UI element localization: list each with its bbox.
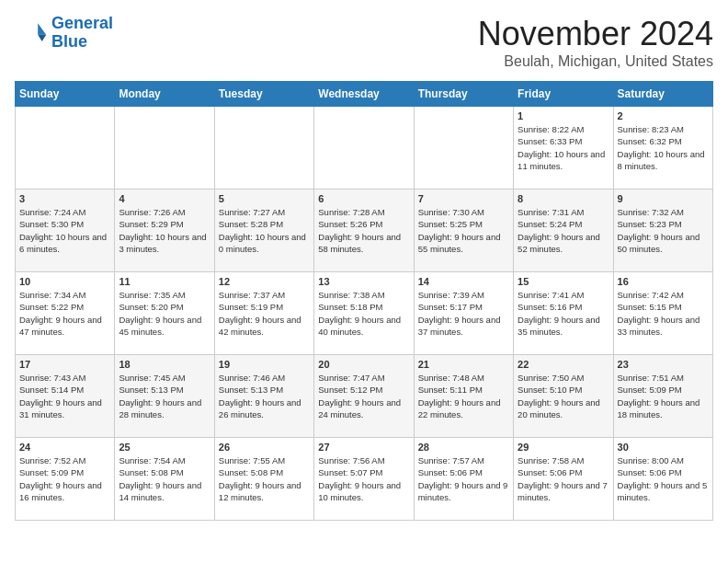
day-number: 17 [19,359,110,370]
calendar-cell: 18Sunrise: 7:45 AM Sunset: 5:13 PM Dayli… [115,355,214,438]
day-info: Sunrise: 7:30 AM Sunset: 5:25 PM Dayligh… [418,206,509,255]
calendar-cell: 6Sunrise: 7:28 AM Sunset: 5:26 PM Daylig… [314,190,414,272]
calendar-week-row: 17Sunrise: 7:43 AM Sunset: 5:14 PM Dayli… [16,355,713,438]
calendar-week-row: 24Sunrise: 7:52 AM Sunset: 5:09 PM Dayli… [16,438,713,521]
day-info: Sunrise: 7:46 AM Sunset: 5:13 PM Dayligh… [219,372,310,420]
day-info: Sunrise: 7:55 AM Sunset: 5:08 PM Dayligh… [219,454,310,503]
day-number: 25 [119,442,210,453]
day-number: 20 [318,359,409,370]
day-number: 2 [618,110,709,121]
svg-marker-0 [38,23,46,35]
calendar-body: 1Sunrise: 8:22 AM Sunset: 6:33 PM Daylig… [16,107,713,521]
calendar-cell: 14Sunrise: 7:39 AM Sunset: 5:17 PM Dayli… [414,272,513,355]
day-number: 6 [318,193,409,204]
day-info: Sunrise: 7:38 AM Sunset: 5:18 PM Dayligh… [318,289,409,338]
day-number: 7 [418,193,509,204]
day-info: Sunrise: 7:37 AM Sunset: 5:19 PM Dayligh… [219,289,310,338]
day-info: Sunrise: 7:39 AM Sunset: 5:17 PM Dayligh… [418,289,509,338]
svg-marker-1 [38,35,46,41]
calendar-cell: 3Sunrise: 7:24 AM Sunset: 5:30 PM Daylig… [16,190,115,272]
day-number: 5 [219,193,310,204]
day-number: 3 [19,193,110,204]
day-number: 4 [119,193,210,204]
day-number: 1 [518,110,609,121]
calendar-cell: 20Sunrise: 7:47 AM Sunset: 5:12 PM Dayli… [314,355,414,438]
day-info: Sunrise: 7:51 AM Sunset: 5:09 PM Dayligh… [618,372,709,420]
calendar-cell [414,107,513,190]
calendar-cell: 17Sunrise: 7:43 AM Sunset: 5:14 PM Dayli… [16,355,115,438]
calendar-cell: 16Sunrise: 7:42 AM Sunset: 5:15 PM Dayli… [613,272,712,355]
calendar-cell [115,107,214,190]
calendar-cell: 2Sunrise: 8:23 AM Sunset: 6:32 PM Daylig… [613,107,712,190]
calendar-cell: 13Sunrise: 7:38 AM Sunset: 5:18 PM Dayli… [314,272,414,355]
day-info: Sunrise: 7:35 AM Sunset: 5:20 PM Dayligh… [119,289,210,338]
day-info: Sunrise: 7:58 AM Sunset: 5:06 PM Dayligh… [518,454,609,503]
day-number: 28 [418,442,509,453]
day-info: Sunrise: 7:34 AM Sunset: 5:22 PM Dayligh… [19,289,110,338]
calendar-week-row: 1Sunrise: 8:22 AM Sunset: 6:33 PM Daylig… [16,107,713,190]
logo: General Blue [15,15,113,52]
calendar-cell: 11Sunrise: 7:35 AM Sunset: 5:20 PM Dayli… [115,272,214,355]
day-info: Sunrise: 7:28 AM Sunset: 5:26 PM Dayligh… [318,206,409,255]
day-number: 22 [518,359,609,370]
header-row: SundayMondayTuesdayWednesdayThursdayFrid… [16,82,713,107]
day-number: 16 [618,276,709,287]
calendar-cell: 5Sunrise: 7:27 AM Sunset: 5:28 PM Daylig… [214,190,313,272]
calendar-cell: 15Sunrise: 7:41 AM Sunset: 5:16 PM Dayli… [514,272,613,355]
weekday-header: Monday [115,82,214,107]
calendar-cell: 9Sunrise: 7:32 AM Sunset: 5:23 PM Daylig… [613,190,712,272]
day-number: 30 [618,442,709,453]
page-header: General Blue November 2024 Beulah, Michi… [15,15,713,70]
day-info: Sunrise: 7:27 AM Sunset: 5:28 PM Dayligh… [219,206,310,255]
month-title: November 2024 [478,15,713,53]
calendar-cell: 1Sunrise: 8:22 AM Sunset: 6:33 PM Daylig… [514,107,613,190]
day-number: 10 [19,276,110,287]
day-info: Sunrise: 7:48 AM Sunset: 5:11 PM Dayligh… [418,372,509,420]
day-info: Sunrise: 7:41 AM Sunset: 5:16 PM Dayligh… [518,289,609,338]
calendar-cell: 27Sunrise: 7:56 AM Sunset: 5:07 PM Dayli… [314,438,414,521]
calendar-cell: 26Sunrise: 7:55 AM Sunset: 5:08 PM Dayli… [214,438,313,521]
logo-icon [15,17,48,50]
weekday-header: Friday [514,82,613,107]
day-info: Sunrise: 7:31 AM Sunset: 5:24 PM Dayligh… [518,206,609,255]
calendar-cell [314,107,414,190]
calendar-header: SundayMondayTuesdayWednesdayThursdayFrid… [16,82,713,107]
day-number: 12 [219,276,310,287]
day-number: 29 [518,442,609,453]
calendar-week-row: 3Sunrise: 7:24 AM Sunset: 5:30 PM Daylig… [16,190,713,272]
day-number: 23 [618,359,709,370]
calendar-cell: 7Sunrise: 7:30 AM Sunset: 5:25 PM Daylig… [414,190,513,272]
day-number: 26 [219,442,310,453]
weekday-header: Tuesday [214,82,313,107]
day-info: Sunrise: 7:50 AM Sunset: 5:10 PM Dayligh… [518,372,609,420]
calendar-cell [214,107,313,190]
calendar-cell: 25Sunrise: 7:54 AM Sunset: 5:08 PM Dayli… [115,438,214,521]
day-info: Sunrise: 7:43 AM Sunset: 5:14 PM Dayligh… [19,372,110,420]
weekday-header: Saturday [613,82,712,107]
calendar-cell: 10Sunrise: 7:34 AM Sunset: 5:22 PM Dayli… [16,272,115,355]
day-number: 13 [318,276,409,287]
location: Beulah, Michigan, United States [478,53,713,70]
day-info: Sunrise: 8:22 AM Sunset: 6:33 PM Dayligh… [518,123,609,172]
weekday-header: Wednesday [314,82,414,107]
day-info: Sunrise: 7:24 AM Sunset: 5:30 PM Dayligh… [19,206,110,255]
day-number: 27 [318,442,409,453]
calendar-cell: 24Sunrise: 7:52 AM Sunset: 5:09 PM Dayli… [16,438,115,521]
day-number: 21 [418,359,509,370]
day-info: Sunrise: 7:26 AM Sunset: 5:29 PM Dayligh… [119,206,210,255]
calendar-cell: 22Sunrise: 7:50 AM Sunset: 5:10 PM Dayli… [514,355,613,438]
calendar-cell: 29Sunrise: 7:58 AM Sunset: 5:06 PM Dayli… [514,438,613,521]
day-number: 9 [618,193,709,204]
calendar-cell [16,107,115,190]
calendar-week-row: 10Sunrise: 7:34 AM Sunset: 5:22 PM Dayli… [16,272,713,355]
calendar-cell: 4Sunrise: 7:26 AM Sunset: 5:29 PM Daylig… [115,190,214,272]
calendar-cell: 19Sunrise: 7:46 AM Sunset: 5:13 PM Dayli… [214,355,313,438]
day-info: Sunrise: 7:52 AM Sunset: 5:09 PM Dayligh… [19,454,110,503]
day-number: 24 [19,442,110,453]
calendar-cell: 12Sunrise: 7:37 AM Sunset: 5:19 PM Dayli… [214,272,313,355]
day-info: Sunrise: 8:23 AM Sunset: 6:32 PM Dayligh… [618,123,709,172]
calendar-cell: 8Sunrise: 7:31 AM Sunset: 5:24 PM Daylig… [514,190,613,272]
day-info: Sunrise: 8:00 AM Sunset: 5:06 PM Dayligh… [618,454,709,503]
weekday-header: Thursday [414,82,513,107]
calendar-table: SundayMondayTuesdayWednesdayThursdayFrid… [15,81,713,521]
